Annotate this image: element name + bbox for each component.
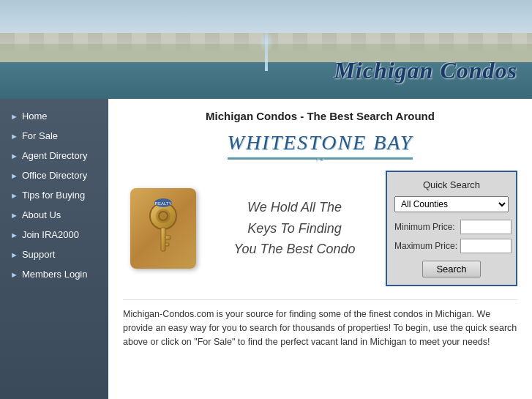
arrow-icon: ► [10,112,18,121]
min-price-label: Minimum Price: [394,222,457,232]
site-title: Michigan Condos [334,57,517,84]
svg-rect-5 [165,243,169,246]
max-price-label: Maximum Price: [394,241,457,251]
min-price-input[interactable] [460,220,512,234]
arrow-icon: ► [10,270,18,279]
svg-text:REALTY: REALTY [155,201,172,206]
arrow-icon: ► [10,171,18,180]
svg-rect-3 [161,228,165,251]
sidebar-item-about-us[interactable]: ► About Us [0,205,108,225]
min-price-row: Minimum Price: [394,220,509,234]
middle-section: REALTY We Hold All The Keys To Finding Y… [123,171,517,286]
arrow-icon: ► [10,191,18,200]
sidebar-item-tips-for-buying[interactable]: ► Tips for Buying [0,185,108,205]
tagline: We Hold All The Keys To Finding You The … [233,197,355,260]
sidebar-item-for-sale[interactable]: ► For Sale [0,126,108,146]
max-price-row: Maximum Price: [394,239,509,253]
sidebar: ► Home ► For Sale ► Agent Directory ► Of… [0,99,108,399]
sidebar-item-members-login[interactable]: ► Members Login [0,264,108,284]
sidebar-item-agent-directory[interactable]: ► Agent Directory [0,146,108,165]
max-price-input[interactable] [460,239,512,253]
arrow-icon: ► [10,231,18,239]
logo-area: WHITESTONE BAY [123,131,517,160]
key-area: REALTY [123,171,203,286]
arrow-icon: ► [10,132,18,141]
key-icon: REALTY [138,195,189,261]
sidebar-item-join-ira2000[interactable]: ► Join IRA2000 [0,225,108,245]
svg-rect-4 [165,236,171,239]
content-area: Michigan Condos - The Best Search Around… [108,99,532,399]
description-text: Michigan-Condos.com is your source for f… [123,299,517,348]
main-layout: ► Home ► For Sale ► Agent Directory ► Of… [0,99,532,399]
sidebar-item-support[interactable]: ► Support [0,245,108,264]
quick-search-box: Quick Search All Counties Wayne County O… [386,171,517,286]
county-select[interactable]: All Counties Wayne County Oakland County… [394,196,509,212]
sidebar-item-home[interactable]: ► Home [0,106,108,126]
arrow-icon: ► [10,211,18,220]
arrow-icon: ► [10,152,18,160]
key-image: REALTY [130,188,196,269]
tagline-area: We Hold All The Keys To Finding You The … [214,171,375,286]
sidebar-item-office-directory[interactable]: ► Office Directory [0,165,108,185]
page-title: Michigan Condos - The Best Search Around [123,110,517,122]
quick-search-title: Quick Search [394,179,509,190]
header-banner: Michigan Condos [0,0,532,99]
arrow-icon: ► [10,250,18,259]
search-button[interactable]: Search [422,261,480,277]
whitestone-logo: WHITESTONE BAY [228,131,413,160]
